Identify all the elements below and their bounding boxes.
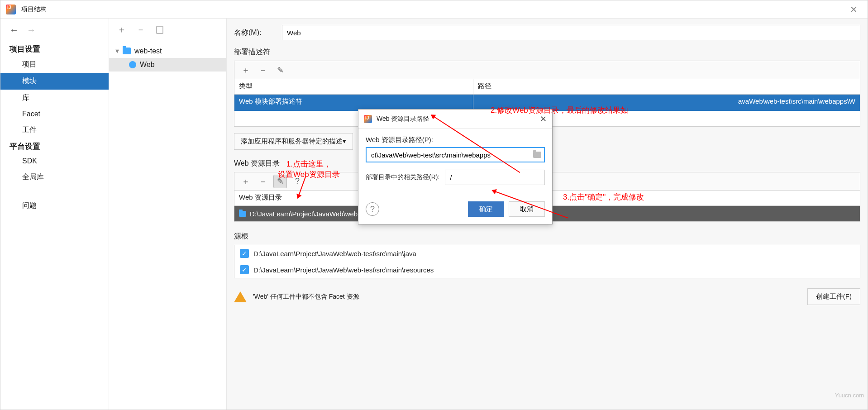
- folder-icon: [239, 211, 246, 217]
- tree-paste-icon[interactable]: [153, 24, 166, 36]
- nav-item-sdk[interactable]: SDK: [0, 153, 109, 169]
- nav-panel: ← → 项目设置 项目 模块 库 Facet 工件 平台设置 SDK 全局库 问…: [0, 19, 109, 410]
- nav-item-libraries[interactable]: 库: [0, 90, 109, 106]
- tree-remove-icon[interactable]: －: [134, 24, 147, 36]
- web-resource-path-dialog: Web 资源目录路径 ✕ Web 资源目录路径(P): 部署目录中的相关路径(R…: [358, 109, 553, 224]
- source-root-box: ✓ D:\JavaLearn\Project\JavaWeb\web-test\…: [234, 245, 860, 278]
- source-root-item[interactable]: ✓ D:\JavaLearn\Project\JavaWeb\web-test\…: [234, 245, 860, 262]
- dialog-close-icon[interactable]: ✕: [540, 114, 547, 124]
- deploy-section-label: 部署描述符: [234, 48, 860, 57]
- deploy-edit-icon[interactable]: ✎: [273, 63, 287, 77]
- dialog-path-input-wrap: [366, 147, 545, 162]
- dialog-body: Web 资源目录路径(P): 部署目录中的相关路径(R):: [358, 129, 552, 201]
- source-root-label: 源根: [234, 232, 860, 241]
- col-header-path: 路径: [473, 79, 860, 94]
- nav-history: ← →: [0, 19, 109, 41]
- warning-row: 'Web' 任何工件中都不包含 Facet 资源 创建工件(F): [234, 288, 860, 305]
- intellij-icon: [364, 115, 372, 123]
- tree-node-root[interactable]: ▾ web-test: [109, 44, 226, 58]
- warning-text: 'Web' 任何工件中都不包含 Facet 资源: [253, 293, 359, 301]
- main-body: ← → 项目设置 项目 模块 库 Facet 工件 平台设置 SDK 全局库 问…: [0, 19, 868, 410]
- deploy-remove-icon[interactable]: －: [256, 63, 270, 77]
- cell-type: Web 模块部署描述符: [234, 95, 473, 111]
- nav-item-modules[interactable]: 模块: [0, 73, 109, 90]
- dialog-help-icon[interactable]: ?: [366, 202, 379, 216]
- dialog-rel-label: 部署目录中的相关路径(R):: [366, 173, 439, 181]
- close-icon[interactable]: ✕: [845, 2, 862, 17]
- nav-forward-icon[interactable]: →: [27, 25, 36, 35]
- dialog-rel-input[interactable]: [445, 170, 545, 185]
- tree-node-web[interactable]: Web: [109, 58, 226, 72]
- web-res-remove-icon[interactable]: －: [256, 175, 270, 188]
- titlebar: 项目结构 ✕: [0, 0, 868, 19]
- web-res-add-icon[interactable]: ＋: [239, 175, 253, 188]
- nav-back-icon[interactable]: ←: [10, 25, 19, 35]
- nav-item-artifacts[interactable]: 工件: [0, 122, 109, 138]
- checkbox-icon[interactable]: ✓: [240, 265, 249, 274]
- nav-item-global-libs[interactable]: 全局库: [0, 169, 109, 186]
- tree-toolbar: ＋ －: [109, 19, 226, 41]
- name-row: 名称(M):: [234, 25, 860, 40]
- dialog-titlebar: Web 资源目录路径 ✕: [358, 110, 552, 129]
- deploy-add-icon[interactable]: ＋: [239, 63, 253, 77]
- dialog-path-label: Web 资源目录路径(P):: [366, 136, 545, 144]
- window-title: 项目结构: [21, 5, 47, 14]
- nav-item-problems[interactable]: 问题: [0, 197, 109, 214]
- source-root-item[interactable]: ✓ D:\JavaLearn\Project\JavaWeb\web-test\…: [234, 262, 860, 278]
- project-structure-window: 项目结构 ✕ ← → 项目设置 项目 模块 库 Facet 工件 平台设置 SD…: [0, 0, 868, 410]
- name-input[interactable]: [282, 25, 860, 40]
- nav-header-project: 项目设置: [0, 41, 109, 56]
- cell-path: avaWeb\web-test\src\main\webapps\W: [473, 95, 860, 111]
- dialog-cancel-button[interactable]: 取消: [509, 201, 545, 217]
- dialog-title: Web 资源目录路径: [377, 115, 429, 123]
- dialog-footer: ? 确定 取消: [358, 201, 552, 224]
- create-artifact-button[interactable]: 创建工件(F): [807, 288, 860, 305]
- intellij-icon: [6, 5, 16, 14]
- tree-add-icon[interactable]: ＋: [115, 24, 128, 36]
- web-res-edit-icon[interactable]: ✎: [273, 175, 287, 188]
- folder-icon: [123, 48, 131, 54]
- name-label: 名称(M):: [234, 28, 275, 38]
- tree-list: ▾ web-test Web: [109, 41, 226, 72]
- checkbox-icon[interactable]: ✓: [240, 249, 249, 258]
- browse-icon[interactable]: [533, 152, 541, 158]
- col-header-type: 类型: [234, 79, 473, 94]
- warning-icon: [234, 291, 247, 302]
- nav-item-facets[interactable]: Facet: [0, 106, 109, 122]
- add-descriptor-button[interactable]: 添加应用程序和服务器特定的描述▾: [234, 133, 353, 150]
- tree-root-label: web-test: [134, 47, 162, 55]
- web-icon: [129, 61, 136, 68]
- nav-header-platform: 平台设置: [0, 138, 109, 153]
- deploy-table-head: 类型 路径: [234, 79, 860, 95]
- tree-child-label: Web: [140, 61, 155, 69]
- watermark: Yuucn.com: [835, 392, 864, 399]
- dialog-ok-button[interactable]: 确定: [468, 201, 504, 217]
- dialog-path-input[interactable]: [371, 151, 533, 159]
- deploy-toolbar: ＋ － ✎: [234, 61, 860, 79]
- nav-item-project[interactable]: 项目: [0, 56, 109, 73]
- deploy-table-row[interactable]: Web 模块部署描述符 avaWeb\web-test\src\main\web…: [234, 95, 860, 111]
- module-tree-panel: ＋ － ▾ web-test Web: [109, 19, 227, 410]
- content-panel: 名称(M): 部署描述符 ＋ － ✎ 类型 路径 Web 模块部署描述符 ava…: [227, 19, 868, 410]
